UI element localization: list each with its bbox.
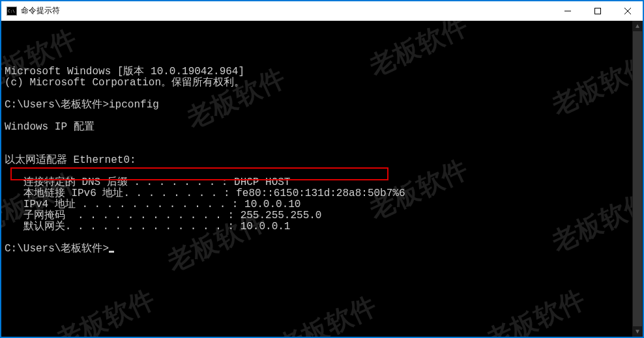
scroll-down-icon[interactable]: ▼ bbox=[632, 326, 643, 337]
dns-suffix-value: DHCP HOST bbox=[227, 176, 290, 188]
ipv4-value: 10.0.0.10 bbox=[238, 199, 300, 210]
subnet-mask-label: 子网掩码 . . . . . . . . . . . . : bbox=[5, 210, 234, 221]
titlebar[interactable]: 命令提示符 bbox=[1, 1, 643, 21]
version-line: Microsoft Windows [版本 10.0.19042.964] bbox=[5, 66, 244, 77]
terminal-output: Microsoft Windows [版本 10.0.19042.964] (c… bbox=[5, 66, 639, 255]
maximize-icon bbox=[594, 8, 601, 14]
cursor bbox=[109, 251, 114, 253]
scroll-up-icon[interactable]: ▲ bbox=[632, 21, 643, 31]
subnet-mask-value: 255.255.255.0 bbox=[234, 210, 321, 221]
copyright-line: (c) Microsoft Corporation。保留所有权利。 bbox=[5, 77, 244, 89]
terminal-area[interactable]: 老板软件 老板软件 老板软件 老板软件 老板软件 老板软件 老板软件 老板软件 … bbox=[1, 21, 643, 337]
close-icon bbox=[624, 8, 631, 14]
window-controls bbox=[553, 1, 643, 20]
cmd-window: 命令提示符 老板软件 老板软件 老板软件 老板软件 老板软件 老板软件 老板软件… bbox=[1, 1, 643, 337]
dns-suffix-label: 连接特定的 DNS 后缀 . . . . . . . : bbox=[5, 176, 227, 188]
gateway-value: 10.0.0.1 bbox=[234, 221, 290, 232]
gateway-label: 默认网关. . . . . . . . . . . . . : bbox=[5, 221, 234, 232]
close-button[interactable] bbox=[613, 1, 643, 20]
window-title: 命令提示符 bbox=[21, 5, 60, 16]
ipv4-label: IPv4 地址 . . . . . . . . . . . . : bbox=[5, 199, 238, 210]
ipconfig-header: Windows IP 配置 bbox=[5, 121, 95, 133]
ipv6-label: 本地链接 IPv6 地址. . . . . . . . : bbox=[5, 188, 230, 199]
scrollbar-thumb[interactable] bbox=[633, 31, 642, 326]
minimize-icon bbox=[564, 8, 571, 14]
maximize-button[interactable] bbox=[583, 1, 613, 20]
prompt-path-2: C:\Users\老板软件> bbox=[5, 243, 109, 255]
svg-rect-1 bbox=[595, 8, 601, 14]
cmd-icon bbox=[7, 7, 17, 16]
ipv6-value: fe80::6150:131d:28a8:50b7%6 bbox=[230, 188, 405, 199]
adapter-header: 以太网适配器 Ethernet0: bbox=[5, 154, 136, 166]
vertical-scrollbar[interactable]: ▲ ▼ bbox=[632, 21, 643, 337]
minimize-button[interactable] bbox=[553, 1, 583, 20]
prompt-path: C:\Users\老板软件> bbox=[5, 99, 109, 111]
command-text: ipconfig bbox=[109, 99, 159, 111]
